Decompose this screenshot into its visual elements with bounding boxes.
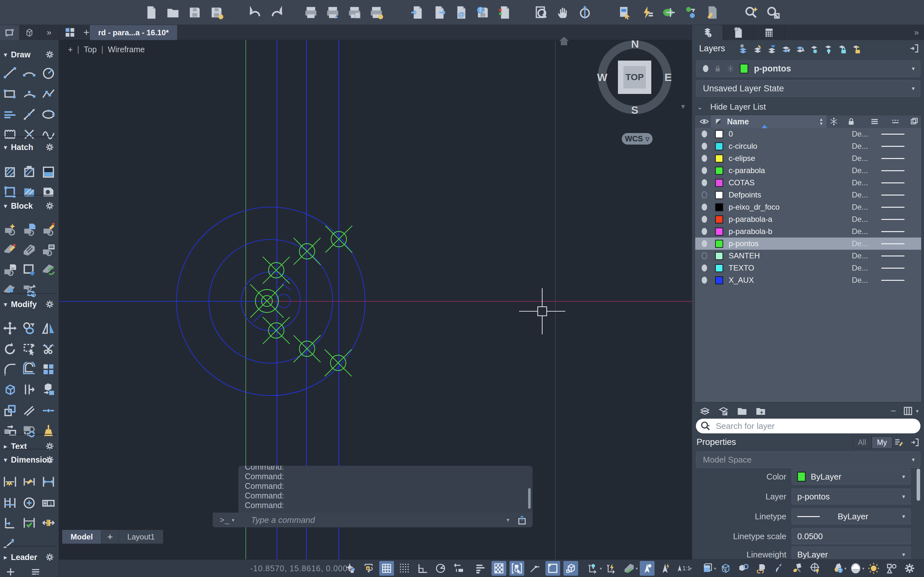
viewcube-south[interactable]: S [631,104,638,116]
block-add-icon[interactable] [22,263,37,277]
orbit-icon[interactable] [577,5,592,20]
status-toggle-ucs-icon[interactable] [545,561,560,576]
layer-on-toggle[interactable] [702,264,707,271]
smart-blocks-detect-icon[interactable] [744,5,758,20]
tab-layout1[interactable]: Layout1 [119,530,163,544]
layer-lineweight[interactable]: De... [852,190,868,199]
layer-lineweight[interactable]: De... [852,251,868,260]
break-icon[interactable] [22,403,37,418]
filter-all-button[interactable]: All [853,437,872,448]
viewcube-menu-arrow[interactable]: ▾ [681,102,685,111]
sidebar-tab-selection-tool[interactable] [0,25,19,40]
move-icon[interactable] [3,321,17,335]
clean-icon[interactable] [41,423,56,438]
layer-color-swatch[interactable] [715,252,723,260]
smart-blocks-replace-icon[interactable] [766,5,780,20]
layer-linetype-sample[interactable] [881,170,905,171]
property-field-linetype-scale[interactable]: 0.0500 [792,528,911,544]
layer-lineweight[interactable]: De... [852,203,868,211]
change-space-icon[interactable] [22,423,37,438]
lock-icon[interactable] [846,117,856,126]
layer-row[interactable]: c-parabolaDe... [695,164,921,177]
layer-linetype-sample[interactable] [881,268,905,269]
layer-lineweight[interactable]: De... [852,178,868,187]
offset-icon[interactable] [22,362,37,377]
layer-on-toggle[interactable] [702,167,707,174]
trim-icon[interactable] [41,342,56,356]
quick-properties-icon[interactable] [640,5,654,20]
add-layout-button[interactable]: + [102,530,119,544]
viewport-menu-button[interactable]: + [68,45,73,54]
new-file-icon[interactable] [144,5,158,20]
status-toggle-spotlight[interactable] [790,561,804,576]
dim-tolerance-icon[interactable]: .1 [41,496,56,510]
status-toggle-annotation-scale-sync[interactable] [640,561,654,576]
lines-3-icon[interactable] [870,117,879,126]
viewcube-east[interactable]: E [664,71,672,84]
status-toggle-isolate-objects[interactable] [718,561,733,576]
section-header-leader[interactable]: ▸Leader [0,550,59,564]
save-as-icon[interactable] [209,5,224,20]
layer-linetype-sample[interactable] [881,280,905,281]
print-plot-icon[interactable] [325,5,340,20]
quick-select-icon[interactable] [618,5,632,20]
pan-hand-icon[interactable] [556,5,570,20]
layer-row[interactable]: c-circuloDe... [695,140,921,152]
layer-lock-icon[interactable] [837,43,848,55]
layer-state-dropdown[interactable]: Unsaved Layer State ▾ [696,80,921,97]
attribute-manager-icon[interactable] [41,243,56,258]
match-properties-icon[interactable] [705,5,720,20]
section-header-block[interactable]: ▾Block [0,198,59,213]
section-header-draw[interactable]: ▾Draw [0,47,59,62]
box-3d-icon[interactable] [3,382,17,397]
attribute-edit-icon[interactable] [3,243,17,258]
select-similar-icon[interactable] [22,342,37,356]
array-icon[interactable] [41,362,56,377]
layer-color-swatch[interactable] [715,142,723,150]
layer-on-toggle[interactable] [702,179,707,186]
eye-icon[interactable] [699,117,709,126]
status-toggle-sun-status[interactable] [866,561,881,576]
undo-icon[interactable] [248,5,262,20]
command-history-window[interactable]: Command:Command:Command:Command:Command: [238,466,533,513]
layer-linetype-sample[interactable] [881,207,905,208]
block-save-icon[interactable] [3,263,17,277]
new-drawing-tab-button[interactable]: + [83,27,89,39]
layer-row[interactable]: TEXTODe... [695,262,921,274]
panel-collapse-icon[interactable] [909,437,920,448]
layer-lineweight[interactable]: De... [852,215,868,224]
status-toggle-lineweight-display[interactable] [473,561,488,576]
layer-row[interactable]: p-pontosDe... [695,237,921,250]
dim-remove-icon[interactable]: x [3,537,17,551]
layer-previous-icon[interactable] [766,43,778,55]
layer-row[interactable]: p-parabola-aDe... [695,213,921,226]
status-toggle-workspace[interactable]: ▾ [700,561,715,576]
section-header-text[interactable]: ▸Text [0,439,59,454]
dim-linear-icon[interactable] [41,474,56,489]
status-toggle-object-shapes[interactable] [884,561,899,576]
sidebar-tab-overflow-chevrons[interactable]: » [39,25,59,40]
viewcube-north[interactable]: N [631,38,639,50]
status-toggle-polar-tracking[interactable] [433,561,448,576]
ellipse-icon[interactable] [41,107,56,122]
layer-on-toggle[interactable] [702,143,707,150]
wcs-dropdown[interactable]: WCS ▽ [622,133,653,145]
status-toggle-snap-mode[interactable] [361,561,376,576]
layer-linetype-sample[interactable] [881,146,905,147]
customize-properties-icon[interactable] [893,437,904,448]
layer-lineweight[interactable]: De... [852,276,868,285]
layer-color-swatch[interactable] [715,240,723,248]
layer-on-toggle[interactable] [702,216,707,223]
hatch-icon[interactable] [3,165,17,179]
st-settings-icon[interactable] [45,50,55,59]
fillet-icon[interactable] [3,362,17,377]
layer-on-toggle[interactable] [702,191,707,198]
compare-drawings-icon[interactable] [497,5,512,20]
status-toggle-grid-display[interactable] [379,561,394,576]
layer-color-swatch[interactable] [715,215,723,223]
linetype-dots-icon[interactable] [891,117,900,126]
status-toggle-annotation-autoscale[interactable] [658,561,672,576]
status-toggle-annotation-scale[interactable]: 1:1▾ [676,561,690,576]
current-layer-dropdown[interactable]: p-pontos ▾ [696,60,921,77]
layer-linetype-sample[interactable] [881,195,905,195]
